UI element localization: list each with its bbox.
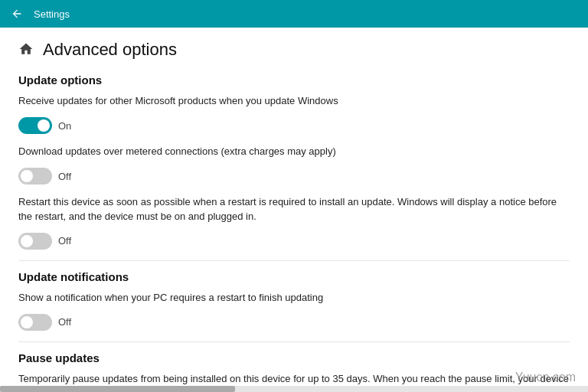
restart-toggle[interactable]: [18, 233, 52, 250]
top-bar-title: Settings: [34, 8, 70, 20]
home-icon: [18, 41, 34, 59]
receive-updates-label: Receive updates for other Microsoft prod…: [18, 94, 570, 108]
receive-updates-option: Receive updates for other Microsoft prod…: [18, 94, 570, 108]
download-metered-option: Download updates over metered connection…: [18, 145, 570, 158]
show-notification-thumb: [21, 316, 33, 328]
top-bar: Settings: [0, 0, 588, 28]
receive-updates-toggle-row: On: [18, 117, 570, 134]
download-metered-toggle[interactable]: [18, 168, 52, 185]
download-metered-toggle-row: Off: [18, 168, 570, 185]
divider-1: [18, 260, 570, 261]
update-options-section: Update options Receive updates for other…: [18, 74, 570, 250]
show-notification-option: Show a notification when your PC require…: [18, 291, 570, 305]
scrollbar-area[interactable]: [0, 386, 588, 392]
show-notification-toggle[interactable]: [18, 314, 52, 331]
restart-status: Off: [58, 235, 71, 247]
show-notification-status: Off: [58, 316, 71, 328]
receive-updates-toggle[interactable]: [18, 117, 52, 134]
update-notifications-title: Update notifications: [18, 270, 570, 283]
update-notifications-section: Update notifications Show a notification…: [18, 270, 570, 331]
divider-2: [18, 341, 570, 342]
download-metered-label: Download updates over metered connection…: [18, 145, 570, 158]
page-title: Advanced options: [43, 40, 177, 60]
page-header: Advanced options: [18, 40, 570, 60]
restart-label: Restart this device as soon as possible …: [18, 195, 570, 223]
main-content: Advanced options Update options Receive …: [0, 28, 588, 392]
restart-option: Restart this device as soon as possible …: [18, 195, 570, 223]
watermark: Yuucn.com: [515, 371, 576, 384]
pause-updates-title: Pause updates: [18, 351, 570, 364]
download-metered-status: Off: [58, 171, 71, 182]
show-notification-toggle-row: Off: [18, 314, 570, 331]
restart-toggle-row: Off: [18, 233, 570, 250]
update-options-title: Update options: [18, 74, 570, 87]
show-notification-label: Show a notification when your PC require…: [18, 291, 570, 305]
receive-updates-status: On: [58, 120, 71, 132]
back-button[interactable]: [6, 3, 28, 24]
scrollbar-thumb[interactable]: [0, 386, 235, 392]
restart-thumb: [21, 235, 33, 247]
